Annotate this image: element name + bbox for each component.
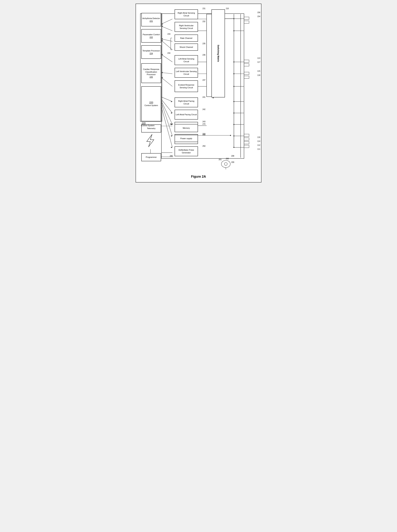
svg-rect-35 bbox=[244, 72, 249, 75]
ref-243: 243 bbox=[202, 121, 205, 123]
cardiac-response-num: 225 bbox=[149, 76, 153, 78]
arrhythmia-detector-num: 221 bbox=[149, 20, 153, 22]
ref-113: 113 bbox=[257, 57, 260, 59]
svg-marker-56 bbox=[171, 101, 172, 102]
svg-point-28 bbox=[233, 135, 235, 136]
ref-260: 260 bbox=[170, 123, 173, 125]
svg-marker-62 bbox=[171, 135, 172, 136]
ref-280: 280 bbox=[202, 134, 205, 136]
heart-coil-icon bbox=[219, 159, 233, 169]
svg-point-71 bbox=[230, 135, 231, 136]
right-atrial-pacing-label: Right Atrial Pacing Circuit bbox=[176, 100, 197, 105]
telemetry-icon bbox=[143, 133, 157, 148]
svg-point-24 bbox=[233, 86, 235, 87]
control-system-num: 220 bbox=[149, 101, 153, 104]
svg-marker-50 bbox=[161, 54, 163, 55]
svg-marker-42 bbox=[161, 23, 163, 25]
ref-250: 250 bbox=[202, 145, 205, 147]
svg-marker-64 bbox=[171, 147, 172, 148]
svg-point-20 bbox=[233, 18, 235, 19]
memory-label: Memory bbox=[183, 127, 190, 129]
svg-rect-32 bbox=[244, 21, 249, 23]
left-atrial-pacing-label: Left Atrial Pacing Circuit bbox=[176, 113, 197, 116]
template-processor-num: 224 bbox=[149, 52, 153, 55]
svg-line-51 bbox=[161, 73, 173, 74]
svg-point-79 bbox=[224, 162, 227, 165]
svg-marker-48 bbox=[161, 40, 163, 41]
svg-line-63 bbox=[161, 107, 173, 148]
ref-118: 118 bbox=[257, 74, 260, 76]
svg-marker-44 bbox=[161, 25, 163, 27]
ref-290: 290 bbox=[170, 155, 173, 157]
svg-rect-38 bbox=[244, 138, 249, 140]
svg-line-49 bbox=[161, 55, 173, 62]
left-atrial-sensing-label: Left Atrial Sensing Circuit bbox=[176, 57, 197, 63]
rate-channel-label: Rate Channel bbox=[180, 37, 192, 39]
svg-line-43 bbox=[161, 26, 173, 31]
svg-line-61 bbox=[161, 103, 173, 136]
defibrillator-pulse-label: Defibrillator Pulse Generator bbox=[176, 149, 197, 154]
svg-line-59 bbox=[161, 101, 173, 124]
svg-point-78 bbox=[221, 160, 230, 167]
control-system-label: Control System bbox=[144, 104, 158, 107]
svg-line-53 bbox=[161, 78, 173, 87]
template-processor-label: Template Processor bbox=[143, 49, 160, 52]
telemetry-label: Telemetry bbox=[147, 127, 155, 130]
right-ventricular-sensing-label: Right Ventricular Sensing Circuit bbox=[176, 24, 197, 30]
svg-rect-0 bbox=[161, 14, 244, 159]
svg-rect-37 bbox=[244, 134, 249, 137]
right-atrial-pacing-box: Right Atrial Pacing Circuit bbox=[174, 98, 198, 107]
svg-line-57 bbox=[161, 100, 173, 113]
arrhythmia-detector-box: Arrhythmia Detector 221 bbox=[141, 13, 161, 26]
defibrillator-pulse-box: Defibrillator Pulse Generator bbox=[174, 146, 198, 156]
svg-point-26 bbox=[233, 112, 235, 114]
left-ventricular-sensing-box: Left Ventricular Sensing Circuit bbox=[174, 68, 198, 78]
pacemaker-control-label: Pacemaker Control bbox=[143, 33, 160, 36]
ref-232: 232 bbox=[202, 20, 205, 23]
ref-242: 242 bbox=[202, 108, 205, 110]
control-system-ref: 220 bbox=[142, 122, 146, 124]
ref-210: 210 bbox=[226, 7, 229, 10]
ref-156: 156 bbox=[257, 12, 260, 13]
svg-marker-81 bbox=[147, 134, 154, 147]
svg-marker-52 bbox=[161, 72, 163, 73]
switching-matrix-label: Switching Matrix bbox=[217, 45, 220, 62]
evoked-response-sensing-box: Evoked Response Sensing Circuit bbox=[174, 80, 198, 92]
ref-235: 235 bbox=[202, 43, 205, 45]
left-atrial-pacing-box: Left Atrial Pacing Circuit bbox=[174, 110, 198, 120]
ref-241: 241 bbox=[202, 96, 205, 98]
ref-114: 114 bbox=[257, 140, 260, 142]
ref-233: 233 bbox=[167, 33, 170, 35]
svg-rect-40 bbox=[244, 145, 249, 148]
shock-channel-box: Shock Channel bbox=[174, 43, 198, 51]
cardiac-response-box: Cardiac Response Classification Processo… bbox=[141, 63, 161, 83]
control-system-ref-label: Control System bbox=[141, 124, 155, 127]
cardiac-response-label: Cardiac Response Classification Processo… bbox=[143, 68, 160, 76]
svg-point-21 bbox=[233, 30, 235, 31]
svg-marker-46 bbox=[161, 38, 163, 39]
switching-matrix-box: Switching Matrix bbox=[211, 9, 225, 98]
svg-point-22 bbox=[233, 62, 235, 62]
svg-rect-39 bbox=[244, 142, 249, 144]
figure-caption: Figure 2A bbox=[140, 175, 257, 179]
programmer-box: Programmer bbox=[141, 153, 161, 161]
left-ventricular-sensing-label: Left Ventricular Sensing Circuit bbox=[176, 70, 197, 75]
right-ventricular-sensing-box: Right Ventricular Sensing Circuit bbox=[174, 22, 198, 32]
ref-111: 111 bbox=[257, 148, 260, 150]
rate-channel-box: Rate Channel bbox=[174, 35, 198, 42]
svg-marker-58 bbox=[171, 112, 172, 114]
svg-rect-31 bbox=[244, 17, 249, 19]
ref-112: 112 bbox=[257, 144, 260, 146]
pacemaker-control-num: 222 bbox=[149, 36, 153, 38]
ref-234: 234 bbox=[167, 52, 170, 54]
svg-point-27 bbox=[233, 124, 235, 125]
evoked-response-sensing-label: Evoked Response Sensing Circuit bbox=[176, 84, 197, 89]
ref-236: 236 bbox=[202, 54, 205, 56]
right-atrial-sensing-box: Right Atrial Sensing Circuit bbox=[174, 9, 198, 19]
svg-rect-33 bbox=[244, 60, 249, 62]
svg-marker-54 bbox=[161, 77, 163, 78]
ref-231: 231 bbox=[202, 7, 205, 10]
svg-point-29 bbox=[233, 147, 235, 148]
ref-237: 237 bbox=[202, 79, 205, 81]
pacemaker-control-box: Pacemaker Control 222 bbox=[141, 29, 161, 43]
